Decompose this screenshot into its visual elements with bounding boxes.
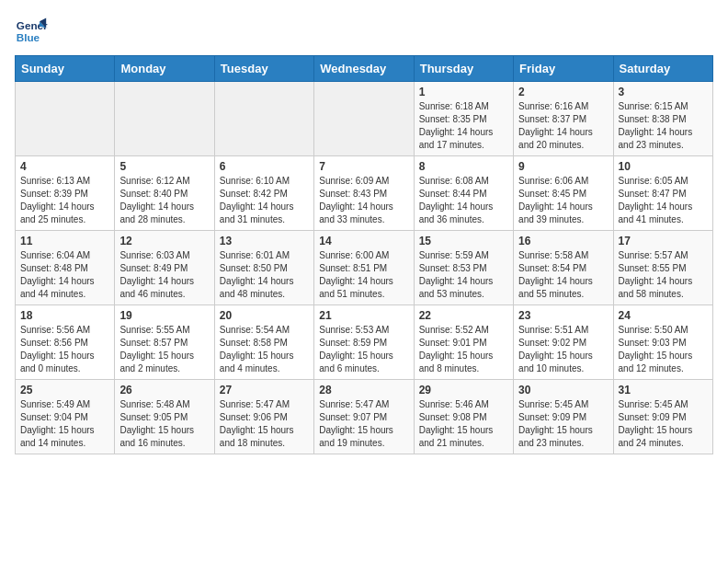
day-number: 15 xyxy=(419,235,508,247)
day-number: 8 xyxy=(419,160,508,173)
day-number: 20 xyxy=(220,309,309,322)
calendar-cell: 8Sunrise: 6:08 AMSunset: 8:44 PMDaylight… xyxy=(414,156,513,231)
day-info: Sunrise: 5:49 AMSunset: 9:04 PMDaylight:… xyxy=(20,398,109,450)
svg-text:Blue: Blue xyxy=(17,31,40,43)
day-number: 3 xyxy=(619,86,708,98)
day-info: Sunrise: 6:06 AMSunset: 8:45 PMDaylight:… xyxy=(518,175,608,226)
day-info: Sunrise: 6:08 AMSunset: 8:44 PMDaylight:… xyxy=(419,175,508,226)
day-info: Sunrise: 6:00 AMSunset: 8:51 PMDaylight:… xyxy=(319,249,408,301)
logo: General Blue xyxy=(15,15,48,48)
calendar-cell: 23Sunrise: 5:51 AMSunset: 9:02 PMDayligh… xyxy=(514,305,613,380)
calendar-cell: 2Sunrise: 6:16 AMSunset: 8:37 PMDaylight… xyxy=(514,82,613,156)
day-info: Sunrise: 5:55 AMSunset: 8:57 PMDaylight:… xyxy=(119,324,209,375)
weekday-header: Friday xyxy=(514,56,613,82)
weekday-header: Saturday xyxy=(613,56,712,82)
day-info: Sunrise: 5:53 AMSunset: 8:59 PMDaylight:… xyxy=(319,324,408,375)
day-number: 5 xyxy=(119,160,209,173)
day-number: 12 xyxy=(119,235,209,247)
day-info: Sunrise: 6:12 AMSunset: 8:40 PMDaylight:… xyxy=(119,175,209,226)
calendar-cell: 28Sunrise: 5:47 AMSunset: 9:07 PMDayligh… xyxy=(314,380,414,454)
day-info: Sunrise: 5:52 AMSunset: 9:01 PMDaylight:… xyxy=(419,324,508,375)
calendar-cell: 31Sunrise: 5:45 AMSunset: 9:09 PMDayligh… xyxy=(613,380,712,454)
calendar-cell: 22Sunrise: 5:52 AMSunset: 9:01 PMDayligh… xyxy=(414,305,513,380)
calendar-cell: 18Sunrise: 5:56 AMSunset: 8:56 PMDayligh… xyxy=(16,305,115,380)
day-info: Sunrise: 5:54 AMSunset: 8:58 PMDaylight:… xyxy=(220,324,309,375)
calendar-cell: 20Sunrise: 5:54 AMSunset: 8:58 PMDayligh… xyxy=(214,305,313,380)
day-number: 17 xyxy=(619,235,708,247)
day-number: 26 xyxy=(119,384,209,396)
calendar-cell: 25Sunrise: 5:49 AMSunset: 9:04 PMDayligh… xyxy=(16,380,115,454)
day-number: 9 xyxy=(518,160,608,173)
day-info: Sunrise: 6:16 AMSunset: 8:37 PMDaylight:… xyxy=(518,100,608,152)
day-info: Sunrise: 6:09 AMSunset: 8:43 PMDaylight:… xyxy=(319,175,408,226)
weekday-header: Sunday xyxy=(16,56,115,82)
calendar-cell xyxy=(214,82,313,156)
day-number: 4 xyxy=(20,160,109,173)
day-number: 24 xyxy=(619,309,708,322)
calendar-cell: 9Sunrise: 6:06 AMSunset: 8:45 PMDaylight… xyxy=(514,156,613,231)
day-number: 27 xyxy=(220,384,309,396)
day-info: Sunrise: 5:47 AMSunset: 9:07 PMDaylight:… xyxy=(319,398,408,450)
day-number: 14 xyxy=(319,235,408,247)
calendar-week-row: 25Sunrise: 5:49 AMSunset: 9:04 PMDayligh… xyxy=(16,380,713,454)
calendar-cell xyxy=(115,82,214,156)
calendar-cell: 17Sunrise: 5:57 AMSunset: 8:55 PMDayligh… xyxy=(613,231,712,305)
calendar-cell: 3Sunrise: 6:15 AMSunset: 8:38 PMDaylight… xyxy=(613,82,712,156)
calendar-cell: 26Sunrise: 5:48 AMSunset: 9:05 PMDayligh… xyxy=(115,380,214,454)
day-info: Sunrise: 5:47 AMSunset: 9:06 PMDaylight:… xyxy=(220,398,309,450)
day-number: 30 xyxy=(518,384,608,396)
day-number: 13 xyxy=(220,235,309,247)
calendar-cell xyxy=(16,82,115,156)
calendar-cell: 14Sunrise: 6:00 AMSunset: 8:51 PMDayligh… xyxy=(314,231,414,305)
day-info: Sunrise: 5:59 AMSunset: 8:53 PMDaylight:… xyxy=(419,249,508,301)
calendar-cell: 5Sunrise: 6:12 AMSunset: 8:40 PMDaylight… xyxy=(115,156,214,231)
day-info: Sunrise: 6:01 AMSunset: 8:50 PMDaylight:… xyxy=(220,249,309,301)
day-number: 29 xyxy=(419,384,508,396)
calendar-cell: 27Sunrise: 5:47 AMSunset: 9:06 PMDayligh… xyxy=(214,380,313,454)
calendar-week-row: 1Sunrise: 6:18 AMSunset: 8:35 PMDaylight… xyxy=(16,82,713,156)
calendar-cell: 6Sunrise: 6:10 AMSunset: 8:42 PMDaylight… xyxy=(214,156,313,231)
calendar-cell: 12Sunrise: 6:03 AMSunset: 8:49 PMDayligh… xyxy=(115,231,214,305)
calendar-cell: 29Sunrise: 5:46 AMSunset: 9:08 PMDayligh… xyxy=(414,380,513,454)
day-number: 23 xyxy=(518,309,608,322)
day-number: 11 xyxy=(20,235,109,247)
calendar-week-row: 4Sunrise: 6:13 AMSunset: 8:39 PMDaylight… xyxy=(16,156,713,231)
day-number: 7 xyxy=(319,160,408,173)
weekday-header: Tuesday xyxy=(214,56,313,82)
day-info: Sunrise: 5:51 AMSunset: 9:02 PMDaylight:… xyxy=(518,324,608,375)
calendar-week-row: 18Sunrise: 5:56 AMSunset: 8:56 PMDayligh… xyxy=(16,305,713,380)
calendar-cell xyxy=(314,82,414,156)
day-info: Sunrise: 6:03 AMSunset: 8:49 PMDaylight:… xyxy=(119,249,209,301)
day-number: 19 xyxy=(119,309,209,322)
calendar-week-row: 11Sunrise: 6:04 AMSunset: 8:48 PMDayligh… xyxy=(16,231,713,305)
day-number: 2 xyxy=(518,86,608,98)
logo-icon: General Blue xyxy=(15,15,48,48)
calendar-cell: 19Sunrise: 5:55 AMSunset: 8:57 PMDayligh… xyxy=(115,305,214,380)
weekday-header: Monday xyxy=(115,56,214,82)
day-number: 10 xyxy=(619,160,708,173)
day-number: 28 xyxy=(319,384,408,396)
calendar-cell: 16Sunrise: 5:58 AMSunset: 8:54 PMDayligh… xyxy=(514,231,613,305)
day-info: Sunrise: 5:46 AMSunset: 9:08 PMDaylight:… xyxy=(419,398,508,450)
day-info: Sunrise: 6:15 AMSunset: 8:38 PMDaylight:… xyxy=(619,100,708,152)
weekday-header: Thursday xyxy=(414,56,513,82)
page-header: General Blue xyxy=(15,15,713,48)
day-number: 25 xyxy=(20,384,109,396)
day-info: Sunrise: 5:45 AMSunset: 9:09 PMDaylight:… xyxy=(619,398,708,450)
day-info: Sunrise: 5:57 AMSunset: 8:55 PMDaylight:… xyxy=(619,249,708,301)
day-number: 22 xyxy=(419,309,508,322)
day-info: Sunrise: 6:18 AMSunset: 8:35 PMDaylight:… xyxy=(419,100,508,152)
day-number: 18 xyxy=(20,309,109,322)
calendar-cell: 1Sunrise: 6:18 AMSunset: 8:35 PMDaylight… xyxy=(414,82,513,156)
calendar-cell: 7Sunrise: 6:09 AMSunset: 8:43 PMDaylight… xyxy=(314,156,414,231)
day-info: Sunrise: 5:56 AMSunset: 8:56 PMDaylight:… xyxy=(20,324,109,375)
calendar-table: SundayMondayTuesdayWednesdayThursdayFrid… xyxy=(15,55,713,454)
calendar-cell: 21Sunrise: 5:53 AMSunset: 8:59 PMDayligh… xyxy=(314,305,414,380)
day-info: Sunrise: 6:10 AMSunset: 8:42 PMDaylight:… xyxy=(220,175,309,226)
day-number: 21 xyxy=(319,309,408,322)
day-info: Sunrise: 5:48 AMSunset: 9:05 PMDaylight:… xyxy=(119,398,209,450)
day-number: 6 xyxy=(220,160,309,173)
calendar-cell: 10Sunrise: 6:05 AMSunset: 8:47 PMDayligh… xyxy=(613,156,712,231)
day-info: Sunrise: 5:50 AMSunset: 9:03 PMDaylight:… xyxy=(619,324,708,375)
calendar-header-row: SundayMondayTuesdayWednesdayThursdayFrid… xyxy=(16,56,713,82)
